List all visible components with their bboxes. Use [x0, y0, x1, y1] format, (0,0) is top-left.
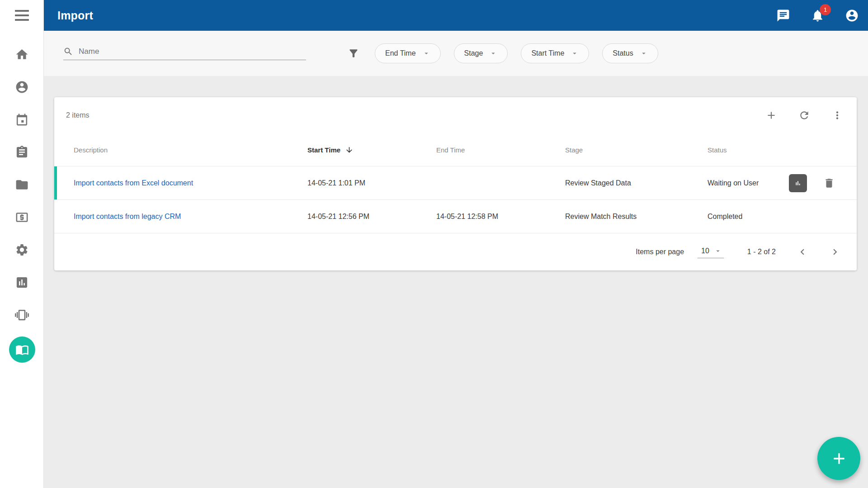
chevron-down-icon — [571, 49, 579, 57]
open-book-icon — [15, 343, 29, 356]
chip-label: End Time — [385, 49, 416, 57]
column-header-status[interactable]: Status — [708, 146, 789, 154]
table-header-row: Description Start Time End Time Stage St… — [54, 133, 857, 166]
refresh-button[interactable] — [798, 109, 810, 121]
sidebar — [0, 0, 44, 488]
chat-icon — [776, 9, 790, 23]
calendar-icon — [15, 113, 29, 127]
bar-chart-icon — [15, 275, 29, 289]
search-input[interactable] — [79, 47, 306, 56]
card-toolbar: 2 items — [54, 97, 857, 133]
sidebar-item-tasks[interactable] — [0, 141, 44, 163]
view-chart-button[interactable] — [789, 174, 807, 192]
chevron-left-icon — [797, 246, 808, 258]
chip-label: Status — [613, 49, 633, 57]
add-icon — [765, 109, 777, 121]
chevron-down-icon — [640, 49, 648, 57]
home-icon — [15, 47, 29, 62]
vibration-icon — [15, 308, 29, 322]
import-link[interactable]: Import contacts from Excel document — [74, 179, 193, 187]
cell-description: Import contacts from legacy CRM — [74, 213, 307, 221]
filter-button[interactable] — [348, 47, 359, 59]
filter-chips: End Time Stage Start Time Status — [375, 43, 658, 63]
table-row: Import contacts from legacy CRM 14-05-21… — [54, 200, 857, 233]
folder-icon — [15, 178, 29, 192]
sidebar-item-contacts[interactable] — [0, 76, 44, 98]
sidebar-item-files[interactable] — [0, 174, 44, 195]
column-header-end-time[interactable]: End Time — [436, 146, 565, 154]
next-page-button[interactable] — [829, 246, 841, 258]
cell-end-time: 14-05-21 12:58 PM — [436, 213, 565, 221]
chevron-right-icon — [829, 246, 841, 258]
sidebar-item-reports[interactable] — [0, 271, 44, 293]
money-card-icon — [15, 210, 29, 224]
cell-description: Import contacts from Excel document — [74, 179, 307, 187]
filter-chip-status[interactable]: Status — [602, 43, 658, 63]
active-item-circle — [9, 336, 35, 363]
filter-chip-end-time[interactable]: End Time — [375, 43, 441, 63]
notifications-button[interactable]: 1 — [811, 9, 825, 23]
kebab-menu-icon — [831, 109, 843, 121]
delete-button[interactable] — [823, 177, 835, 189]
refresh-icon — [798, 109, 810, 121]
app-window: Import 1 End Time — [0, 0, 868, 488]
person-icon — [15, 80, 29, 94]
account-button[interactable] — [845, 9, 859, 23]
cell-stage: Review Match Results — [565, 213, 708, 221]
page-size-value: 10 — [701, 247, 709, 255]
search-box — [63, 47, 306, 60]
chat-button[interactable] — [776, 9, 790, 23]
settings-gear-icon — [15, 243, 29, 257]
filter-chip-stage[interactable]: Stage — [454, 43, 508, 63]
table-row: Import contacts from Excel document 14-0… — [54, 166, 857, 200]
column-header-label: Start Time — [307, 146, 340, 154]
sort-descending-arrow-icon — [345, 146, 354, 154]
more-options-button[interactable] — [831, 109, 843, 121]
cell-status: Waiting on User — [708, 179, 789, 187]
create-import-fab[interactable] — [817, 437, 860, 480]
items-per-page-label: Items per page — [636, 248, 684, 256]
import-list-card: 2 items Description Start Time End Time — [54, 97, 857, 270]
sidebar-item-import[interactable] — [0, 336, 44, 363]
cell-start-time: 14-05-21 1:01 PM — [307, 179, 436, 187]
filter-bar: End Time Stage Start Time Status — [44, 31, 868, 76]
chip-label: Start Time — [531, 49, 564, 57]
sidebar-item-settings[interactable] — [0, 239, 44, 261]
top-app-bar: Import 1 — [44, 0, 868, 31]
pagination-bar: Items per page 10 1 - 2 of 2 — [54, 233, 857, 270]
sidebar-item-home[interactable] — [0, 43, 44, 65]
funnel-icon — [348, 47, 359, 59]
filter-chip-start-time[interactable]: Start Time — [521, 43, 589, 63]
previous-page-button[interactable] — [797, 246, 808, 258]
page-title: Import — [57, 9, 93, 22]
column-header-start-time[interactable]: Start Time — [307, 146, 436, 154]
column-header-description[interactable]: Description — [74, 146, 307, 154]
chart-icon — [793, 178, 803, 188]
sidebar-item-notifications[interactable] — [0, 304, 44, 326]
cell-start-time: 14-05-21 12:56 PM — [307, 213, 436, 221]
sidebar-item-calendar[interactable] — [0, 109, 44, 130]
account-circle-icon — [845, 9, 859, 23]
row-actions — [789, 174, 857, 192]
row-accent-bar — [54, 166, 57, 199]
import-link[interactable]: Import contacts from legacy CRM — [74, 213, 181, 220]
cell-status: Completed — [708, 213, 789, 221]
topbar-actions: 1 — [776, 9, 868, 23]
chevron-down-icon — [714, 247, 722, 255]
pagination-range: 1 - 2 of 2 — [747, 248, 776, 256]
items-count: 2 items — [66, 111, 90, 119]
clipboard-icon — [15, 145, 29, 159]
toolbar-icons — [765, 109, 843, 121]
search-icon — [63, 47, 73, 57]
sidebar-nav — [0, 43, 44, 369]
add-button[interactable] — [765, 109, 777, 121]
notification-badge: 1 — [820, 4, 831, 15]
page-size-select[interactable]: 10 — [698, 246, 724, 258]
chip-label: Stage — [464, 49, 483, 57]
cell-stage: Review Staged Data — [565, 179, 708, 187]
sidebar-item-billing[interactable] — [0, 206, 44, 228]
chevron-down-icon — [422, 49, 430, 57]
menu-icon[interactable] — [0, 6, 44, 24]
column-header-stage[interactable]: Stage — [565, 146, 708, 154]
chevron-down-icon — [489, 49, 497, 57]
